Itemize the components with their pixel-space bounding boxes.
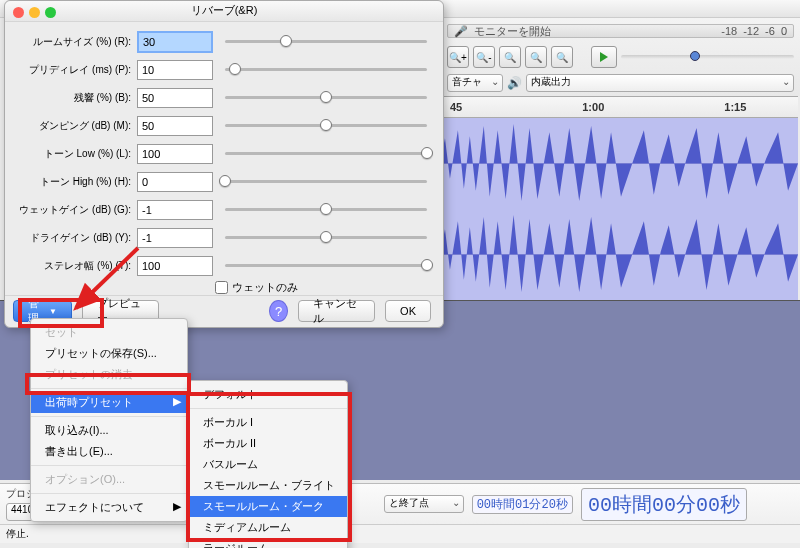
menu-item-factory-presets[interactable]: 出荷時プリセット▶ (31, 392, 187, 413)
param-input[interactable] (137, 116, 213, 136)
param-label: ルームサイズ (%) (R): (19, 35, 131, 49)
status-bar: 停止. (0, 524, 800, 543)
param-slider[interactable] (225, 60, 427, 80)
param-slider[interactable] (225, 228, 427, 248)
reverb-dialog: リバーブ(&R) ルームサイズ (%) (R):プリディレイ (ms) (P):… (4, 0, 444, 328)
cancel-button[interactable]: キャンセル (298, 300, 375, 322)
preset-submenu: デフォルトボーカル Iボーカル IIバスルームスモールルーム・ブライトスモールル… (188, 380, 348, 548)
position-time[interactable]: 00時間00分00秒 (581, 488, 747, 521)
dialog-title: リバーブ(&R) (191, 3, 258, 18)
help-button[interactable]: ? (269, 300, 288, 322)
dialog-title-bar[interactable]: リバーブ(&R) (5, 1, 443, 22)
param-input[interactable] (137, 256, 213, 276)
menu-item[interactable]: ミディアムルーム (189, 517, 347, 538)
wet-only-checkbox[interactable]: ウェットのみ (215, 280, 443, 295)
timeline-ruler[interactable]: 45 1:00 1:15 (440, 96, 798, 118)
param-row: 残響 (%) (B): (19, 84, 433, 112)
selection-time[interactable]: 00時間01分20秒 (472, 495, 573, 514)
param-row: トーン Low (%) (L): (19, 140, 433, 168)
waveform-view[interactable] (440, 118, 798, 300)
menu-item[interactable]: エフェクトについて▶ (31, 497, 187, 518)
param-slider[interactable] (225, 144, 427, 164)
menu-item[interactable]: バスルーム (189, 454, 347, 475)
param-label: トーン High (%) (H): (19, 175, 131, 189)
speaker-icon: 🔊 (507, 76, 522, 90)
selection-mode-select[interactable]: と終了点 (384, 495, 464, 513)
param-label: プリディレイ (ms) (P): (19, 63, 131, 77)
param-label: ウェットゲイン (dB) (G): (19, 203, 131, 217)
mic-icon: 🎤 (454, 25, 468, 38)
zoom-icon[interactable] (45, 7, 56, 18)
param-input[interactable] (137, 200, 213, 220)
param-row: プリディレイ (ms) (P): (19, 56, 433, 84)
param-slider[interactable] (225, 88, 427, 108)
minimize-icon[interactable] (29, 7, 40, 18)
toolbar-area: 🎤 モニターを開始 -18 -12 -6 0 🔍+ 🔍- 🔍 🔍 🔍 音チャ 🔊… (440, 18, 800, 96)
menu-item[interactable]: ボーカル II (189, 433, 347, 454)
menu-item: オプション(O)... (31, 469, 187, 490)
zoom-fit-icon[interactable]: 🔍 (525, 46, 547, 68)
param-input[interactable] (137, 172, 213, 192)
param-input[interactable] (137, 144, 213, 164)
input-meter[interactable]: 🎤 モニターを開始 -18 -12 -6 0 (447, 24, 794, 38)
param-row: トーン High (%) (H): (19, 168, 433, 196)
param-slider[interactable] (225, 200, 427, 220)
menu-item[interactable]: デフォルト (189, 384, 347, 405)
wet-only-input[interactable] (215, 281, 228, 294)
param-slider[interactable] (225, 116, 427, 136)
param-label: ステレオ幅 (%) (T): (19, 259, 131, 273)
zoom-sel-icon[interactable]: 🔍 (499, 46, 521, 68)
zoom-toggle-icon[interactable]: 🔍 (551, 46, 573, 68)
param-label: ダンピング (dB) (M): (19, 119, 131, 133)
manage-menu: セットプリセットの保存(S)...プリセットの消去出荷時プリセット▶取り込み(I… (30, 318, 188, 522)
menu-item: プリセットの消去 (31, 364, 187, 385)
play-at-speed-button[interactable] (591, 46, 617, 68)
param-input[interactable] (137, 31, 213, 53)
param-input[interactable] (137, 88, 213, 108)
param-row: ステレオ幅 (%) (T): (19, 252, 433, 280)
monitor-link[interactable]: モニターを開始 (474, 24, 551, 39)
menu-item: セット (31, 322, 187, 343)
param-slider[interactable] (225, 256, 427, 276)
param-row: ウェットゲイン (dB) (G): (19, 196, 433, 224)
param-input[interactable] (137, 60, 213, 80)
param-slider[interactable] (225, 32, 427, 52)
menu-item[interactable]: 取り込み(I)... (31, 420, 187, 441)
speed-slider[interactable] (621, 55, 794, 59)
zoom-in-icon[interactable]: 🔍+ (447, 46, 469, 68)
param-input[interactable] (137, 228, 213, 248)
menu-item[interactable]: ラージルーム (189, 538, 347, 548)
param-slider[interactable] (225, 172, 427, 192)
param-label: 残響 (%) (B): (19, 91, 131, 105)
menu-item[interactable]: プリセットの保存(S)... (31, 343, 187, 364)
param-label: ドライゲイン (dB) (Y): (19, 231, 131, 245)
param-label: トーン Low (%) (L): (19, 147, 131, 161)
param-row: ダンピング (dB) (M): (19, 112, 433, 140)
output-select[interactable]: 内蔵出力 (526, 74, 794, 92)
menu-item[interactable]: ボーカル I (189, 412, 347, 433)
menu-item[interactable]: スモールルーム・ダーク (189, 496, 347, 517)
menu-item[interactable]: スモールルーム・ブライト (189, 475, 347, 496)
param-row: ドライゲイン (dB) (Y): (19, 224, 433, 252)
audio-channel-select[interactable]: 音チャ (447, 74, 503, 92)
close-icon[interactable] (13, 7, 24, 18)
zoom-out-icon[interactable]: 🔍- (473, 46, 495, 68)
menu-item[interactable]: 書き出し(E)... (31, 441, 187, 462)
param-row: ルームサイズ (%) (R): (19, 28, 433, 56)
ok-button[interactable]: OK (385, 300, 431, 322)
